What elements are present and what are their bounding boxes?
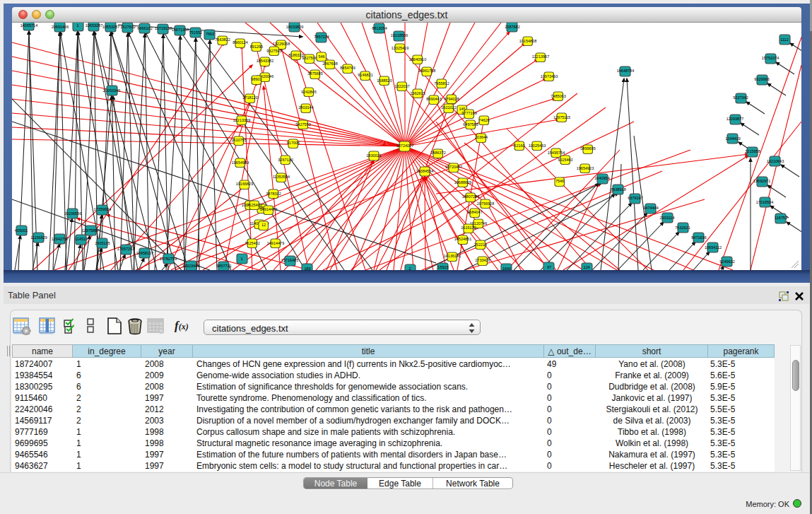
svg-text:18640910: 18640910 — [409, 57, 426, 62]
svg-text:20691406: 20691406 — [52, 25, 69, 29]
svg-text:20206556: 20206556 — [64, 211, 81, 216]
svg-text:17359934: 17359934 — [94, 207, 111, 211]
svg-text:8960124: 8960124 — [233, 40, 247, 45]
svg-text:12213967: 12213967 — [532, 54, 549, 59]
svg-text:10653287: 10653287 — [86, 23, 102, 28]
svg-text:12213369: 12213369 — [233, 118, 250, 122]
svg-text:6466102: 6466102 — [137, 26, 152, 30]
svg-text:6379197: 6379197 — [628, 196, 642, 200]
svg-text:1527602: 1527602 — [120, 25, 135, 29]
svg-text:1615132: 1615132 — [461, 226, 476, 230]
svg-text:12975115: 12975115 — [553, 115, 570, 119]
svg-text:15716485: 15716485 — [281, 258, 298, 262]
svg-text:9245632: 9245632 — [719, 259, 734, 264]
svg-text:13226058: 13226058 — [273, 42, 290, 46]
svg-text:1830021: 1830021 — [366, 153, 381, 158]
svg-text:9857721: 9857721 — [216, 264, 231, 268]
svg-text:98901: 98901 — [251, 77, 261, 81]
svg-text:19654983: 19654983 — [232, 160, 249, 165]
svg-text:1322037: 1322037 — [394, 84, 409, 88]
svg-text:116753: 116753 — [775, 216, 787, 220]
svg-text:7663: 7663 — [206, 32, 214, 36]
svg-text:8990443: 8990443 — [426, 97, 441, 101]
svg-text:9474444: 9474444 — [643, 206, 658, 210]
svg-text:14914479: 14914479 — [260, 207, 277, 211]
svg-text:13325419: 13325419 — [392, 46, 408, 50]
svg-text:2087682: 2087682 — [505, 25, 519, 29]
svg-text:19654923: 19654923 — [577, 166, 594, 170]
svg-text:14136141: 14136141 — [444, 254, 461, 258]
svg-text:1: 1 — [76, 23, 78, 28]
svg-text:20053346: 20053346 — [103, 88, 120, 93]
svg-text:16782759: 16782759 — [160, 257, 177, 261]
svg-text:9227342: 9227342 — [733, 95, 748, 100]
svg-text:10973493: 10973493 — [541, 74, 558, 78]
svg-text:8938918: 8938918 — [611, 187, 625, 192]
svg-text:12: 12 — [261, 223, 266, 227]
svg-text:7663822: 7663822 — [215, 37, 230, 42]
svg-text:16648784: 16648784 — [617, 69, 634, 73]
svg-text:3875685: 3875685 — [307, 71, 322, 76]
svg-text:10719138: 10719138 — [155, 26, 172, 30]
svg-text:15751074: 15751074 — [762, 56, 779, 60]
svg-text:252214: 252214 — [474, 243, 487, 247]
svg-text:16033809: 16033809 — [286, 25, 303, 29]
svg-text:8454749: 8454749 — [340, 66, 355, 70]
svg-text:18724007: 18724007 — [396, 144, 413, 148]
svg-text:10654112: 10654112 — [705, 245, 722, 250]
svg-text:16543382: 16543382 — [257, 59, 273, 63]
svg-text:10025433: 10025433 — [529, 144, 546, 148]
svg-text:1112: 1112 — [780, 37, 788, 42]
svg-text:1640954: 1640954 — [594, 176, 609, 180]
svg-text:18807289: 18807289 — [462, 194, 479, 199]
svg-text:62160: 62160 — [514, 144, 524, 148]
svg-text:9146821: 9146821 — [358, 73, 372, 77]
svg-text:2933114: 2933114 — [659, 216, 674, 220]
svg-text:3878332: 3878332 — [266, 192, 281, 196]
svg-text:1640: 1640 — [502, 267, 511, 270]
svg-text:17016504: 17016504 — [756, 200, 773, 204]
svg-text:14055714: 14055714 — [20, 23, 37, 28]
svg-text:9794028: 9794028 — [444, 97, 459, 101]
svg-text:2803144: 2803144 — [298, 105, 313, 110]
svg-text:12975867: 12975867 — [82, 228, 99, 233]
svg-text:2905135: 2905135 — [95, 241, 110, 245]
svg-text:7485063: 7485063 — [551, 94, 565, 98]
svg-text:12942737: 12942737 — [52, 237, 69, 241]
svg-text:9327508: 9327508 — [302, 56, 317, 60]
svg-text:13692971: 13692971 — [753, 179, 770, 183]
svg-text:9777169: 9777169 — [461, 111, 476, 115]
svg-text:183: 183 — [304, 267, 310, 270]
svg-text:10210643: 10210643 — [767, 159, 784, 163]
svg-text:1733426: 1733426 — [475, 258, 490, 262]
svg-text:11156829: 11156829 — [30, 235, 47, 240]
svg-text:1362615: 1362615 — [410, 91, 425, 95]
svg-text:17957253: 17957253 — [117, 247, 134, 251]
svg-text:10553287: 10553287 — [102, 25, 119, 29]
svg-text:15923: 15923 — [437, 265, 448, 269]
svg-text:12093877: 12093877 — [726, 117, 743, 121]
svg-text:15495754: 15495754 — [548, 151, 565, 155]
svg-text:6497568: 6497568 — [463, 122, 478, 127]
svg-text:1588520: 1588520 — [377, 78, 392, 83]
svg-text:7955812: 7955812 — [434, 81, 449, 86]
svg-text:8471636: 8471636 — [691, 235, 706, 240]
svg-text:10688609: 10688609 — [454, 180, 471, 185]
svg-text:124: 124 — [583, 265, 589, 269]
svg-text:0899695: 0899695 — [580, 146, 595, 151]
svg-text:20756928: 20756928 — [477, 201, 494, 206]
svg-text:19166829: 19166829 — [236, 182, 253, 186]
svg-text:15720407: 15720407 — [445, 165, 462, 169]
svg-text:114519: 114519 — [75, 237, 88, 241]
svg-text:2: 2 — [408, 267, 411, 270]
svg-text:7857224: 7857224 — [314, 35, 329, 39]
svg-text:14914479: 14914479 — [267, 241, 284, 245]
svg-text:7625402: 7625402 — [245, 241, 259, 245]
svg-text:97: 97 — [547, 265, 551, 269]
svg-text:9242845: 9242845 — [301, 90, 316, 94]
svg-text:1621022: 1621022 — [441, 105, 456, 110]
svg-text:7546: 7546 — [555, 179, 564, 183]
svg-text:546: 546 — [318, 54, 324, 59]
svg-text:203644: 203644 — [475, 135, 488, 139]
svg-text:9329966: 9329966 — [754, 77, 769, 81]
